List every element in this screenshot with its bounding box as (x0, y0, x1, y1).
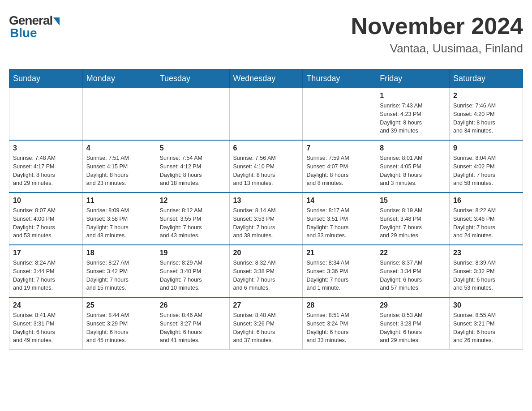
calendar-cell: 1Sunrise: 7:43 AM Sunset: 4:23 PM Daylig… (376, 88, 450, 141)
logo: General Blue (9, 13, 60, 40)
header-wednesday: Wednesday (229, 69, 303, 88)
calendar-title: November 2024 (351, 13, 523, 39)
day-number: 25 (86, 301, 152, 309)
calendar-cell: 18Sunrise: 8:27 AM Sunset: 3:42 PM Dayli… (82, 245, 156, 297)
day-info: Sunrise: 7:54 AM Sunset: 4:12 PM Dayligh… (160, 154, 226, 188)
day-info: Sunrise: 7:43 AM Sunset: 4:23 PM Dayligh… (380, 102, 446, 135)
header-tuesday: Tuesday (156, 69, 229, 88)
day-number: 11 (86, 197, 152, 205)
calendar-week-row: 1Sunrise: 7:43 AM Sunset: 4:23 PM Daylig… (9, 88, 523, 141)
logo-triangle-icon (53, 17, 60, 26)
calendar-cell: 24Sunrise: 8:41 AM Sunset: 3:31 PM Dayli… (9, 297, 83, 350)
day-info: Sunrise: 8:32 AM Sunset: 3:38 PM Dayligh… (233, 259, 299, 292)
calendar-cell: 9Sunrise: 8:04 AM Sunset: 4:02 PM Daylig… (450, 140, 523, 193)
day-info: Sunrise: 7:56 AM Sunset: 4:10 PM Dayligh… (233, 154, 299, 188)
title-area: November 2024 Vantaa, Uusimaa, Finland (351, 13, 523, 56)
day-number: 9 (453, 144, 519, 152)
day-info: Sunrise: 8:44 AM Sunset: 3:29 PM Dayligh… (86, 311, 152, 345)
day-info: Sunrise: 8:53 AM Sunset: 3:23 PM Dayligh… (380, 311, 446, 345)
calendar-cell: 5Sunrise: 7:54 AM Sunset: 4:12 PM Daylig… (156, 140, 229, 193)
day-info: Sunrise: 8:07 AM Sunset: 4:00 PM Dayligh… (13, 206, 79, 240)
day-info: Sunrise: 8:19 AM Sunset: 3:48 PM Dayligh… (380, 206, 446, 240)
calendar-cell: 13Sunrise: 8:14 AM Sunset: 3:53 PM Dayli… (229, 193, 303, 245)
day-info: Sunrise: 8:51 AM Sunset: 3:24 PM Dayligh… (306, 311, 372, 345)
calendar-cell (156, 88, 229, 141)
calendar-cell: 15Sunrise: 8:19 AM Sunset: 3:48 PM Dayli… (376, 193, 450, 245)
day-number: 1 (380, 92, 446, 100)
calendar-table: Sunday Monday Tuesday Wednesday Thursday… (9, 69, 523, 350)
day-info: Sunrise: 7:59 AM Sunset: 4:07 PM Dayligh… (306, 154, 372, 188)
day-number: 4 (86, 144, 152, 152)
day-number: 8 (380, 144, 446, 152)
day-number: 21 (306, 249, 372, 257)
calendar-week-row: 17Sunrise: 8:24 AM Sunset: 3:44 PM Dayli… (9, 245, 523, 297)
calendar-cell: 4Sunrise: 7:51 AM Sunset: 4:15 PM Daylig… (82, 140, 156, 193)
calendar-cell: 26Sunrise: 8:46 AM Sunset: 3:27 PM Dayli… (156, 297, 229, 350)
day-number: 29 (380, 301, 446, 309)
day-info: Sunrise: 8:29 AM Sunset: 3:40 PM Dayligh… (160, 259, 226, 292)
header-thursday: Thursday (303, 69, 376, 88)
day-info: Sunrise: 7:48 AM Sunset: 4:17 PM Dayligh… (13, 154, 79, 188)
day-info: Sunrise: 7:46 AM Sunset: 4:20 PM Dayligh… (453, 102, 519, 135)
calendar-cell: 30Sunrise: 8:55 AM Sunset: 3:21 PM Dayli… (450, 297, 523, 350)
calendar-cell: 27Sunrise: 8:48 AM Sunset: 3:26 PM Dayli… (229, 297, 303, 350)
day-info: Sunrise: 8:24 AM Sunset: 3:44 PM Dayligh… (13, 259, 79, 292)
calendar-cell (9, 88, 83, 141)
calendar-cell: 6Sunrise: 7:56 AM Sunset: 4:10 PM Daylig… (229, 140, 303, 193)
header-saturday: Saturday (450, 69, 523, 88)
day-info: Sunrise: 8:09 AM Sunset: 3:58 PM Dayligh… (86, 206, 152, 240)
day-info: Sunrise: 8:37 AM Sunset: 3:34 PM Dayligh… (380, 259, 446, 292)
calendar-cell: 22Sunrise: 8:37 AM Sunset: 3:34 PM Dayli… (376, 245, 450, 297)
day-info: Sunrise: 8:22 AM Sunset: 3:46 PM Dayligh… (453, 206, 519, 240)
day-number: 28 (306, 301, 372, 309)
calendar-cell: 17Sunrise: 8:24 AM Sunset: 3:44 PM Dayli… (9, 245, 83, 297)
day-number: 14 (306, 197, 372, 205)
day-number: 10 (13, 197, 79, 205)
day-number: 20 (233, 249, 299, 257)
calendar-cell: 7Sunrise: 7:59 AM Sunset: 4:07 PM Daylig… (303, 140, 376, 193)
day-number: 26 (160, 301, 226, 309)
calendar-cell: 28Sunrise: 8:51 AM Sunset: 3:24 PM Dayli… (303, 297, 376, 350)
calendar-cell: 16Sunrise: 8:22 AM Sunset: 3:46 PM Dayli… (450, 193, 523, 245)
day-info: Sunrise: 8:55 AM Sunset: 3:21 PM Dayligh… (453, 311, 519, 345)
calendar-cell: 25Sunrise: 8:44 AM Sunset: 3:29 PM Dayli… (82, 297, 156, 350)
day-number: 12 (160, 197, 226, 205)
day-info: Sunrise: 8:01 AM Sunset: 4:05 PM Dayligh… (380, 154, 446, 188)
calendar-week-row: 3Sunrise: 7:48 AM Sunset: 4:17 PM Daylig… (9, 140, 523, 193)
calendar-cell: 12Sunrise: 8:12 AM Sunset: 3:55 PM Dayli… (156, 193, 229, 245)
day-number: 15 (380, 197, 446, 205)
day-info: Sunrise: 8:39 AM Sunset: 3:32 PM Dayligh… (453, 259, 519, 292)
day-number: 16 (453, 197, 519, 205)
calendar-cell: 2Sunrise: 7:46 AM Sunset: 4:20 PM Daylig… (450, 88, 523, 141)
day-number: 27 (233, 301, 299, 309)
day-info: Sunrise: 8:41 AM Sunset: 3:31 PM Dayligh… (13, 311, 79, 345)
day-info: Sunrise: 8:14 AM Sunset: 3:53 PM Dayligh… (233, 206, 299, 240)
day-info: Sunrise: 8:34 AM Sunset: 3:36 PM Dayligh… (306, 259, 372, 292)
day-number: 13 (233, 197, 299, 205)
calendar-cell (82, 88, 156, 141)
day-number: 3 (13, 144, 79, 152)
day-info: Sunrise: 8:27 AM Sunset: 3:42 PM Dayligh… (86, 259, 152, 292)
day-info: Sunrise: 8:46 AM Sunset: 3:27 PM Dayligh… (160, 311, 226, 345)
calendar-cell: 3Sunrise: 7:48 AM Sunset: 4:17 PM Daylig… (9, 140, 83, 193)
day-number: 23 (453, 249, 519, 257)
calendar-cell (229, 88, 303, 141)
day-number: 7 (306, 144, 372, 152)
calendar-cell: 8Sunrise: 8:01 AM Sunset: 4:05 PM Daylig… (376, 140, 450, 193)
day-info: Sunrise: 8:17 AM Sunset: 3:51 PM Dayligh… (306, 206, 372, 240)
calendar-cell: 19Sunrise: 8:29 AM Sunset: 3:40 PM Dayli… (156, 245, 229, 297)
day-number: 19 (160, 249, 226, 257)
calendar-cell: 29Sunrise: 8:53 AM Sunset: 3:23 PM Dayli… (376, 297, 450, 350)
calendar-cell: 10Sunrise: 8:07 AM Sunset: 4:00 PM Dayli… (9, 193, 83, 245)
day-number: 22 (380, 249, 446, 257)
calendar-cell: 14Sunrise: 8:17 AM Sunset: 3:51 PM Dayli… (303, 193, 376, 245)
header-friday: Friday (376, 69, 450, 88)
logo-blue-text: Blue (10, 26, 37, 40)
day-number: 18 (86, 249, 152, 257)
day-info: Sunrise: 8:12 AM Sunset: 3:55 PM Dayligh… (160, 206, 226, 240)
day-number: 6 (233, 144, 299, 152)
day-number: 24 (13, 301, 79, 309)
calendar-cell (303, 88, 376, 141)
header-monday: Monday (82, 69, 156, 88)
day-number: 5 (160, 144, 226, 152)
